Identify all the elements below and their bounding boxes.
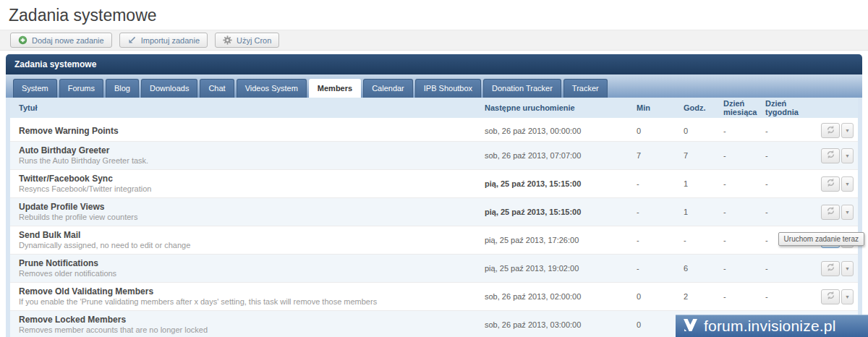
tasks-table: Tytuł Następne uruchomienie Min Godz. Dz… <box>6 98 862 337</box>
task-min: 7 <box>637 151 684 160</box>
run-task-button[interactable] <box>821 148 840 163</box>
task-min: 0 <box>637 292 684 301</box>
chevron-down-icon: ▼ <box>845 128 850 133</box>
task-description: Removes older notifications <box>19 269 485 278</box>
tab-donation-tracker[interactable]: Donation Tracker <box>483 79 561 98</box>
tab-tracker[interactable]: Tracker <box>563 79 608 98</box>
tab-label: Chat <box>208 84 225 93</box>
table-row[interactable]: Update Profile Views Rebuilds the profil… <box>10 198 858 226</box>
task-options-dropdown-button[interactable]: ▼ <box>841 123 854 138</box>
task-description: If you enable the 'Prune validating memb… <box>19 297 485 307</box>
column-header-next-run: Następne uruchomienie <box>485 102 637 114</box>
task-title: Remove Warning Points <box>19 126 485 136</box>
run-task-button[interactable] <box>821 205 840 220</box>
task-description: Rebuilds the profile view counters <box>19 213 485 222</box>
import-task-button[interactable]: Importuj zadanie <box>119 33 208 48</box>
task-min: - <box>637 236 684 244</box>
column-header-actions <box>817 106 858 109</box>
column-header-min: Min <box>637 102 684 114</box>
use-cron-button[interactable]: Użyj Cron <box>215 33 279 48</box>
gear-icon <box>223 35 232 45</box>
tab-label: Members <box>318 84 352 93</box>
task-day-of-week: - <box>765 292 817 301</box>
task-day-of-month: - <box>723 208 765 216</box>
task-title: Twitter/Facebook Sync <box>19 174 485 184</box>
task-options-dropdown-button[interactable]: ▼ <box>841 148 854 163</box>
task-day-of-month: - <box>723 127 765 135</box>
run-task-button[interactable] <box>821 289 840 304</box>
task-hours: 1 <box>684 208 723 216</box>
task-description: Dynamically assigned, no need to edit or… <box>19 241 485 250</box>
task-day-of-week: - <box>765 179 817 188</box>
task-title: Update Profile Views <box>19 202 485 212</box>
tasks-panel: Zadania systemowe SystemForumsBlogDownlo… <box>6 54 862 337</box>
tab-label: Blog <box>114 84 130 93</box>
table-row[interactable]: Send Bulk Mail Dynamically assigned, no … <box>10 226 858 255</box>
tab-bar: SystemForumsBlogDownloadsChatVideos Syst… <box>6 74 862 98</box>
import-icon <box>127 35 137 45</box>
task-next-run: sob, 26 paź 2013, 07:07:00 <box>485 151 637 160</box>
task-next-run: pią, 25 paź 2013, 15:15:00 <box>485 179 637 188</box>
run-task-button[interactable] <box>821 261 840 276</box>
add-task-label: Dodaj nowe zadanie <box>32 36 104 45</box>
page-title: Zadania systemowe <box>0 0 868 30</box>
watermark-text: forum.invisionize.pl <box>704 317 836 335</box>
tab-system[interactable]: System <box>13 79 57 98</box>
invisionize-logo-icon <box>683 318 698 335</box>
tab-chat[interactable]: Chat <box>200 79 234 98</box>
tab-downloads[interactable]: Downloads <box>141 79 197 98</box>
tab-label: Forums <box>68 84 95 93</box>
task-day-of-month: - <box>723 264 765 273</box>
table-row[interactable]: Remove Warning Points sob, 26 paź 2013, … <box>10 120 858 142</box>
task-options-dropdown-button[interactable]: ▼ <box>841 289 854 304</box>
column-header-day-of-week: Dzień tygodnia <box>765 98 817 118</box>
table-row[interactable]: Remove Old Validating Members If you ena… <box>10 283 858 311</box>
task-day-of-month: - <box>723 292 765 301</box>
task-description: Resyncs Facebook/Twitter integration <box>19 184 485 194</box>
task-options-dropdown-button[interactable]: ▼ <box>841 176 854 192</box>
tab-label: Tracker <box>572 84 599 93</box>
run-task-tooltip: Uruchom zadanie teraz <box>778 232 864 246</box>
tab-ipb-shoutbox[interactable]: IPB Shoutbox <box>415 79 481 98</box>
table-row[interactable]: Twitter/Facebook Sync Resyncs Facebook/T… <box>10 170 858 198</box>
chevron-down-icon: ▼ <box>845 210 850 215</box>
tab-label: Videos System <box>245 84 298 93</box>
task-next-run: sob, 26 paź 2013, 03:00:00 <box>485 320 637 329</box>
table-row[interactable]: Prune Notifications Removes older notifi… <box>10 255 858 283</box>
task-hours: 6 <box>684 264 723 273</box>
chevron-down-icon: ▼ <box>845 182 850 187</box>
task-min: 0 <box>637 127 684 135</box>
tab-calendar[interactable]: Calendar <box>363 79 413 98</box>
tab-label: Calendar <box>372 84 404 93</box>
table-row[interactable]: Auto Birthday Greeter Runs the Auto Birt… <box>10 142 858 170</box>
toolbar: Dodaj nowe zadanie Importuj zadanie Użyj… <box>0 30 868 51</box>
run-task-button[interactable] <box>821 176 840 192</box>
task-day-of-week: - <box>765 151 817 160</box>
task-day-of-week: - <box>765 208 817 216</box>
task-hours: 7 <box>684 151 723 160</box>
task-title: Prune Notifications <box>19 258 485 268</box>
run-task-button[interactable] <box>821 123 840 138</box>
task-hours: 0 <box>684 127 723 135</box>
tab-label: Downloads <box>150 84 189 93</box>
tab-members[interactable]: Members <box>309 79 361 98</box>
task-next-run: sob, 26 paź 2013, 02:00:00 <box>485 292 637 301</box>
add-icon <box>18 35 27 45</box>
add-task-button[interactable]: Dodaj nowe zadanie <box>10 33 112 48</box>
task-next-run: pią, 25 paź 2013, 19:02:00 <box>485 264 637 273</box>
tab-blog[interactable]: Blog <box>106 79 139 98</box>
run-refresh-icon <box>826 263 835 274</box>
task-options-dropdown-button[interactable]: ▼ <box>841 205 854 220</box>
task-day-of-month: - <box>723 151 765 160</box>
tab-forums[interactable]: Forums <box>59 79 103 98</box>
run-refresh-icon <box>826 150 835 161</box>
tab-label: Donation Tracker <box>492 84 553 93</box>
use-cron-label: Użyj Cron <box>237 36 271 45</box>
chevron-down-icon: ▼ <box>845 266 850 271</box>
task-next-run: sob, 26 paź 2013, 00:00:00 <box>485 127 637 135</box>
task-day-of-month: - <box>723 179 765 188</box>
task-options-dropdown-button[interactable]: ▼ <box>841 261 854 276</box>
task-next-run: pią, 25 paź 2013, 15:15:00 <box>485 208 637 216</box>
chevron-down-icon: ▼ <box>845 294 850 299</box>
tab-videos-system[interactable]: Videos System <box>237 79 307 98</box>
